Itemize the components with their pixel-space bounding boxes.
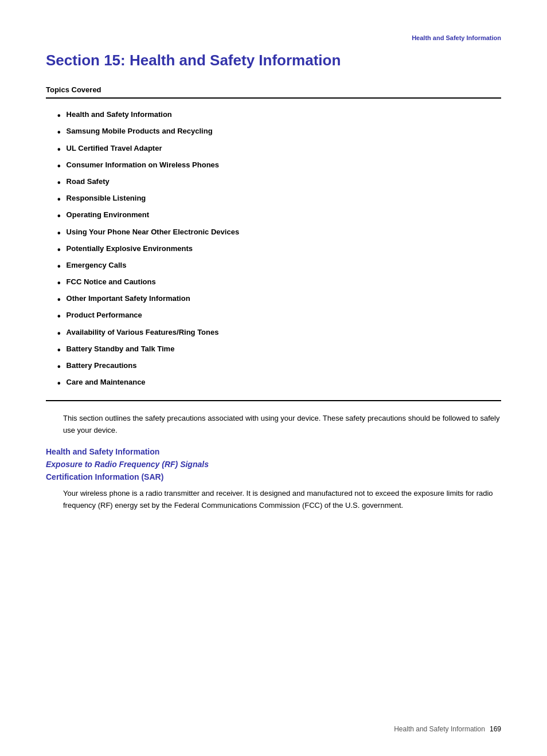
list-item: Availability of Various Features/Ring To… bbox=[57, 328, 501, 339]
list-item: Health and Safety Information bbox=[57, 110, 501, 121]
bottom-divider bbox=[46, 400, 501, 401]
list-item: Emergency Calls bbox=[57, 261, 501, 272]
subsection-heading-2: Exposure to Radio Frequency (RF) Signals bbox=[46, 460, 501, 469]
list-item: UL Certified Travel Adapter bbox=[57, 144, 501, 155]
list-item: Responsible Listening bbox=[57, 194, 501, 205]
list-item: Potentially Explosive Environments bbox=[57, 244, 501, 255]
subsection-block: Health and Safety Information Exposure t… bbox=[46, 447, 501, 481]
list-item: Operating Environment bbox=[57, 210, 501, 221]
page-footer: Health and Safety Information 169 bbox=[394, 725, 501, 733]
list-item: Battery Precautions bbox=[57, 361, 501, 372]
header-label-text: Health and Safety Information bbox=[412, 34, 501, 41]
subsection-heading-3: Certification Information (SAR) bbox=[46, 472, 501, 481]
list-item: Samsung Mobile Products and Recycling bbox=[57, 127, 501, 138]
body-text: Your wireless phone is a radio transmitt… bbox=[63, 487, 501, 512]
page-number: 169 bbox=[490, 725, 501, 733]
footer-label: Health and Safety Information bbox=[394, 725, 485, 733]
page-container: Health and Safety Information Section 15… bbox=[0, 0, 547, 756]
top-divider bbox=[46, 97, 501, 99]
header-section-label: Health and Safety Information bbox=[46, 34, 501, 41]
list-item: Road Safety bbox=[57, 177, 501, 188]
list-item: Product Performance bbox=[57, 311, 501, 322]
topics-covered-label: Topics Covered bbox=[46, 85, 501, 94]
list-item: Battery Standby and Talk Time bbox=[57, 344, 501, 355]
topics-list: Health and Safety Information Samsung Mo… bbox=[57, 110, 501, 389]
list-item: Consumer Information on Wireless Phones bbox=[57, 160, 501, 171]
subsection-heading-1: Health and Safety Information bbox=[46, 447, 501, 456]
intro-text: This section outlines the safety precaut… bbox=[63, 413, 501, 437]
list-item: Other Important Safety Information bbox=[57, 294, 501, 305]
section-title: Section 15: Health and Safety Informatio… bbox=[46, 52, 501, 69]
list-item: FCC Notice and Cautions bbox=[57, 277, 501, 288]
list-item: Care and Maintenance bbox=[57, 378, 501, 389]
list-item: Using Your Phone Near Other Electronic D… bbox=[57, 228, 501, 238]
